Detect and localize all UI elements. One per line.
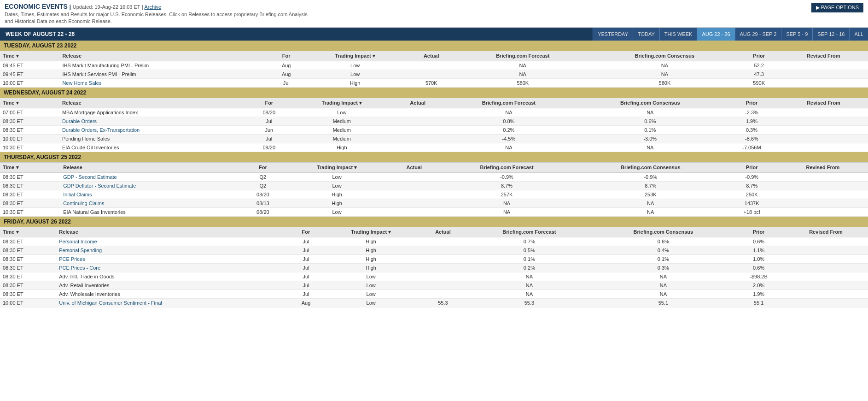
cell-release[interactable]: GDP Deflator - Second Estimate	[60, 181, 242, 190]
cell-briefing-forecast: NA	[438, 199, 575, 207]
cell-trading-impact: Low	[322, 289, 420, 298]
cell-release[interactable]: GDP - Second Estimate	[60, 172, 242, 181]
cell-actual	[420, 254, 466, 263]
cell-trading-impact: High	[290, 143, 394, 152]
cell-trading-impact: High	[322, 246, 420, 254]
cell-release[interactable]: Durable Orders	[59, 117, 248, 125]
cell-revised-from	[778, 199, 868, 207]
cell-trading-impact: High	[284, 190, 390, 199]
day-header-3: FRIDAY, AUGUST 26 2022	[0, 217, 868, 227]
col-header-release: Release	[59, 98, 248, 108]
cell-release[interactable]: Univ. of Michigan Consumer Sentiment - F…	[56, 298, 290, 307]
cell-time: 08:30 ET	[0, 263, 56, 272]
nav-btn-sep-12---16[interactable]: SEP 12 - 16	[812, 28, 849, 41]
cell-prior: 1.1%	[734, 246, 784, 254]
cell-actual	[394, 134, 442, 143]
col-header-time[interactable]: Time ▾	[0, 162, 60, 172]
cell-release[interactable]: Initial Claims	[60, 190, 242, 199]
cell-for: Jul	[290, 272, 321, 281]
col-header-trading_impact[interactable]: Trading Impact ▾	[322, 227, 420, 237]
release-link[interactable]: Personal Spending	[59, 248, 102, 253]
cell-prior: 55.1	[734, 298, 784, 307]
sections-container: TUESDAY, AUGUST 23 2022Time ▾ReleaseForT…	[0, 41, 868, 307]
title-main: ECONOMIC EVENTS	[5, 3, 68, 10]
release-link[interactable]: PCE Prices	[59, 256, 85, 262]
col-header-time[interactable]: Time ▾	[0, 227, 56, 237]
nav-btn-aug-22---26[interactable]: AUG 22 - 26	[697, 28, 734, 41]
cell-release[interactable]: New Home Sales	[59, 78, 269, 87]
cell-trading-impact: Low	[322, 272, 420, 281]
col-header-actual: Actual	[408, 51, 455, 61]
nav-btn-this-week[interactable]: THIS WEEK	[659, 28, 697, 41]
release-link[interactable]: Univ. of Michigan Consumer Sentiment - F…	[59, 300, 162, 306]
col-header-actual: Actual	[420, 227, 466, 237]
cell-release[interactable]: PCE Prices	[56, 254, 290, 263]
cell-release: Adv. Retail Inventories	[56, 281, 290, 289]
cell-for: Q2	[242, 181, 284, 190]
table-row: 08:30 ETPCE Prices - CoreJulHigh0.2%0.3%…	[0, 263, 868, 272]
cell-briefing-forecast: NA	[466, 289, 593, 298]
cell-time: 10:00 ET	[0, 134, 59, 143]
updated-text: Updated: 19-Aug-22 16:03 ET	[73, 4, 140, 10]
col-header-prior: Prior	[724, 98, 779, 108]
release-link[interactable]: GDP Deflator - Second Estimate	[63, 183, 136, 189]
release-link[interactable]: Personal Income	[59, 239, 97, 244]
cell-release[interactable]: PCE Prices - Core	[56, 263, 290, 272]
col-header-prior: Prior	[739, 51, 779, 61]
col-header-time[interactable]: Time ▾	[0, 98, 59, 108]
cell-briefing-forecast: NA	[438, 207, 575, 216]
table-row: 08:30 ETGDP Deflator - Second EstimateQ2…	[0, 181, 868, 190]
release-link[interactable]: New Home Sales	[62, 80, 101, 86]
cell-time: 10:00 ET	[0, 298, 56, 307]
table-row: 10:00 ETUniv. of Michigan Consumer Senti…	[0, 298, 868, 307]
cell-for: Aug	[270, 61, 303, 70]
cell-release: IHS Markit Services PMI - Prelim	[59, 70, 269, 78]
release-link[interactable]: Initial Claims	[63, 192, 92, 197]
col-header-trading_impact[interactable]: Trading Impact ▾	[303, 51, 408, 61]
cell-time: 08:30 ET	[0, 272, 56, 281]
cell-trading-impact: Low	[290, 108, 394, 117]
cell-revised-from	[778, 190, 868, 199]
release-link[interactable]: Durable Orders	[62, 118, 97, 124]
cell-briefing-consensus: -0.9%	[575, 172, 726, 181]
cell-time: 07:00 ET	[0, 108, 59, 117]
nav-btn-aug-29---sep-2[interactable]: AUG 29 - SEP 2	[735, 28, 781, 41]
nav-btn-all[interactable]: ALL	[849, 28, 868, 41]
col-header-for: For	[290, 227, 321, 237]
nav-btn-sep-5---9[interactable]: SEP 5 - 9	[781, 28, 812, 41]
nav-btn-today[interactable]: TODAY	[633, 28, 659, 41]
cell-briefing-forecast: -0.9%	[438, 172, 575, 181]
release-link[interactable]: Continuing Claims	[63, 200, 104, 206]
cell-release[interactable]: Continuing Claims	[60, 199, 242, 207]
week-nav-bar: WEEK OF AUGUST 22 - 26 YESTERDAYTODAYTHI…	[0, 28, 868, 41]
col-header-trading_impact[interactable]: Trading Impact ▾	[284, 162, 390, 172]
cell-release: IHS Markit Manufacturing PMI - Prelim	[59, 61, 269, 70]
cell-prior: +18 bcf	[726, 207, 778, 216]
cell-trading-impact: High	[284, 199, 390, 207]
release-link[interactable]: Durable Orders, Ex-Transportation	[62, 127, 140, 133]
cell-briefing-forecast: 0.2%	[442, 125, 576, 134]
col-header-trading_impact[interactable]: Trading Impact ▾	[290, 98, 394, 108]
cell-prior: 47.3	[739, 70, 779, 78]
cell-revised-from	[784, 289, 868, 298]
col-header-time[interactable]: Time ▾	[0, 51, 59, 61]
cell-release[interactable]: Personal Spending	[56, 246, 290, 254]
cell-briefing-forecast: 580K	[455, 78, 590, 87]
release-link[interactable]: GDP - Second Estimate	[63, 174, 117, 180]
cell-briefing-consensus: 253K	[575, 190, 726, 199]
cell-actual	[390, 190, 439, 199]
col-header-prior: Prior	[726, 162, 778, 172]
cell-briefing-consensus: NA	[593, 289, 734, 298]
cell-for: Jul	[270, 78, 303, 87]
nav-btn-yesterday[interactable]: YESTERDAY	[593, 28, 633, 41]
cell-time: 10:30 ET	[0, 143, 59, 152]
page-title: ECONOMIC EVENTS | Updated: 19-Aug-22 16:…	[5, 3, 308, 10]
page-options-button[interactable]: ▶ PAGE OPTIONS	[811, 3, 863, 12]
cell-time: 08:30 ET	[0, 199, 60, 207]
release-link[interactable]: PCE Prices - Core	[59, 265, 100, 271]
cell-release[interactable]: Durable Orders, Ex-Transportation	[59, 125, 248, 134]
section-table-0: Time ▾ReleaseForTrading Impact ▾ActualBr…	[0, 51, 868, 88]
archive-link[interactable]: Archive	[144, 4, 161, 10]
cell-release[interactable]: Personal Income	[56, 237, 290, 246]
cell-briefing-consensus: NA	[576, 143, 724, 152]
